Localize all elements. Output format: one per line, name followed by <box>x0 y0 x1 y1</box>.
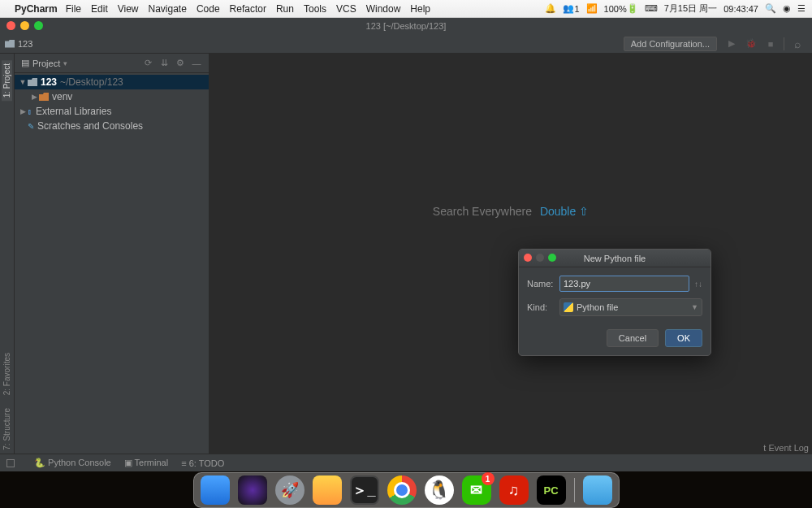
menu-navigate[interactable]: Navigate <box>149 3 187 15</box>
dialog-titlebar: New Python file <box>519 250 710 267</box>
new-python-file-dialog: New Python file Name: ↑↓ Kind: Python fi… <box>518 249 711 356</box>
cancel-button[interactable]: Cancel <box>607 329 659 347</box>
bottom-toolbar: 🐍 Python Console ▣ Terminal ≡ 6: TODO <box>0 454 812 471</box>
tool-windows-icon[interactable] <box>6 459 15 467</box>
ok-button[interactable]: OK <box>665 329 702 347</box>
notification-center-icon[interactable]: ☰ <box>797 3 806 14</box>
menubar-time[interactable]: 09:43:47 <box>723 4 758 14</box>
toolbar-separator <box>784 37 784 50</box>
menu-code[interactable]: Code <box>197 3 220 15</box>
chevron-down-icon: ▼ <box>691 303 698 311</box>
dock-app-notes[interactable] <box>313 475 342 505</box>
stop-icon[interactable]: ■ <box>764 37 777 50</box>
menu-run[interactable]: Run <box>276 3 294 15</box>
input-source-icon[interactable]: ⌨ <box>645 3 658 14</box>
wechat-status-icon[interactable]: 👥 1 <box>563 3 579 14</box>
window-traffic-lights <box>6 21 43 30</box>
folder-icon <box>5 40 15 48</box>
menubar-date[interactable]: 7月15日 周一 <box>664 2 717 15</box>
hide-tool-icon[interactable]: — <box>191 58 202 69</box>
tree-venv[interactable]: ▶ venv <box>15 89 209 104</box>
battery-status[interactable]: 100% 🔋 <box>604 3 638 14</box>
project-tree: ▼ 123 ~/Desktop/123 ▶ venv ▶ External Li… <box>15 73 209 135</box>
menu-file[interactable]: File <box>66 3 81 15</box>
search-icon[interactable] <box>791 37 804 50</box>
dock-app-launchpad[interactable]: 🚀 <box>275 475 304 505</box>
tree-root[interactable]: ▼ 123 ~/Desktop/123 <box>15 75 209 89</box>
name-input[interactable] <box>559 276 689 292</box>
tab-todo[interactable]: ≡ 6: TODO <box>181 458 224 468</box>
dock-divider <box>574 478 575 502</box>
menu-view[interactable]: View <box>118 3 139 15</box>
project-sidebar: ▤ Project ▾ ⟳ ⇊ ⚙ — ▼ 123 ~/Desktop/123 … <box>15 54 209 454</box>
gear-icon[interactable]: ⚙ <box>175 58 186 69</box>
zoom-icon[interactable] <box>548 254 556 262</box>
menubar-app-name[interactable]: PyCharm <box>15 3 58 15</box>
hint-shortcut: Double <box>540 205 589 218</box>
menubar-status: 🔔 👥 1 📶 100% 🔋 ⌨ 7月15日 周一 09:43:47 🔍 ◉ ☰ <box>545 2 806 15</box>
zoom-window-icon[interactable] <box>34 21 43 30</box>
python-icon <box>564 302 573 312</box>
tree-scratches[interactable]: Scratches and Consoles <box>15 119 209 133</box>
dock-area: 🚀 ＞_ <box>0 471 812 508</box>
close-icon[interactable] <box>524 254 532 262</box>
kind-select[interactable]: Python file ▼ <box>559 298 702 316</box>
scratch-icon <box>28 120 37 132</box>
dock-app-finder[interactable] <box>201 475 230 505</box>
project-tool-title[interactable]: Project <box>32 59 60 68</box>
collapse-all-icon[interactable]: ⇊ <box>158 58 170 69</box>
run-icon[interactable]: ▶ <box>725 37 738 50</box>
menu-edit[interactable]: Edit <box>91 3 108 15</box>
dock-app-siri[interactable] <box>238 475 267 505</box>
editor-area: Search Everywhere Double New Python file… <box>209 54 812 454</box>
left-tool-gutter: 1: Project 2: Favorites 7: Structure <box>0 54 15 454</box>
bell-icon[interactable]: 🔔 <box>545 3 556 14</box>
tab-python-console[interactable]: 🐍 Python Console <box>34 458 111 468</box>
wifi-icon[interactable]: 📶 <box>586 3 598 14</box>
breadcrumb-root[interactable]: 123 <box>18 39 32 49</box>
siri-icon[interactable]: ◉ <box>783 3 791 14</box>
menu-window[interactable]: Window <box>366 3 401 15</box>
add-configuration-button[interactable]: Add Configuration... <box>624 37 717 51</box>
menu-help[interactable]: Help <box>410 3 430 15</box>
tab-project[interactable]: 1: Project <box>2 60 12 101</box>
kind-label: Kind: <box>527 302 559 312</box>
library-icon <box>28 106 36 117</box>
menu-tools[interactable]: Tools <box>304 3 326 15</box>
folder-icon <box>39 93 49 101</box>
dock-app-netease-music[interactable] <box>499 475 529 505</box>
navigation-bar: 123 Add Configuration... ▶ 🐞 ■ <box>0 34 812 54</box>
window-title: 123 [~/Desktop/123] <box>366 21 447 31</box>
dock-app-downloads[interactable] <box>583 475 612 505</box>
dock: 🚀 ＞_ <box>193 472 620 508</box>
minimize-window-icon[interactable] <box>20 21 29 30</box>
search-everywhere-hint: Search Everywhere Double <box>209 205 812 218</box>
tree-external-libraries[interactable]: ▶ External Libraries <box>15 104 209 119</box>
tab-structure[interactable]: 7: Structure <box>2 405 12 454</box>
window-titlebar: 123 [~/Desktop/123] <box>0 18 812 34</box>
name-label: Name: <box>527 279 559 289</box>
tab-terminal[interactable]: ▣ Terminal <box>124 458 168 468</box>
dock-app-chrome[interactable] <box>387 475 417 505</box>
menu-vcs[interactable]: VCS <box>336 3 356 15</box>
spotlight-icon[interactable]: 🔍 <box>765 3 776 14</box>
dock-app-terminal[interactable]: ＞_ <box>350 475 379 505</box>
project-tool-header: ▤ Project ▾ ⟳ ⇊ ⚙ — <box>15 54 209 73</box>
history-icon[interactable]: ↑↓ <box>694 280 702 289</box>
dock-app-wechat[interactable] <box>462 475 491 505</box>
scroll-from-source-icon[interactable]: ⟳ <box>142 58 153 69</box>
dialog-title: New Python file <box>584 254 646 263</box>
tab-event-log[interactable]: t Event Log <box>763 443 809 453</box>
close-window-icon[interactable] <box>6 21 15 30</box>
minimize-icon <box>536 254 544 262</box>
dock-app-pycharm[interactable] <box>537 475 566 505</box>
mac-menubar: PyCharm File Edit View Navigate Code Ref… <box>0 0 812 18</box>
dock-app-qq[interactable] <box>425 475 454 505</box>
folder-icon <box>28 78 37 86</box>
tab-favorites[interactable]: 2: Favorites <box>2 350 12 398</box>
debug-icon[interactable]: 🐞 <box>745 37 758 50</box>
menu-refactor[interactable]: Refactor <box>230 3 266 15</box>
